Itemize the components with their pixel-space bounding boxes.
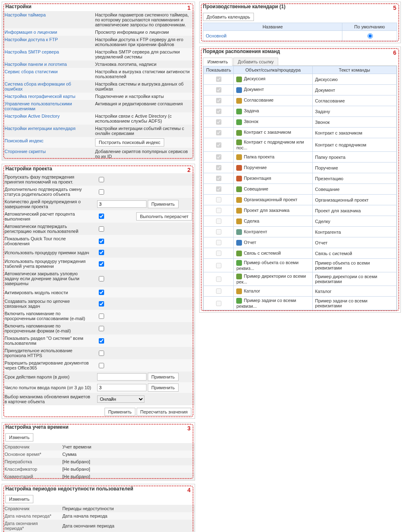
project-setting-checkbox[interactable] bbox=[99, 226, 104, 232]
project-setting-checkbox[interactable] bbox=[99, 351, 104, 356]
project-setting-input[interactable] bbox=[97, 384, 147, 391]
project-setting-btn[interactable]: Применить bbox=[148, 373, 179, 381]
tab-add-link[interactable]: Добавить ссылку bbox=[233, 58, 278, 66]
project-setting-label: Дополнительно подтверждать смену статуса… bbox=[2, 186, 95, 198]
project-setting-checkbox[interactable] bbox=[99, 314, 104, 319]
command-show-checkbox[interactable] bbox=[216, 87, 221, 93]
command-show-checkbox[interactable] bbox=[216, 301, 221, 306]
time-tracking-title: Настройка учета времени bbox=[2, 423, 195, 432]
settings-link[interactable]: Поисковый индекс bbox=[5, 138, 44, 143]
settings-link[interactable]: Сервис сбора статистики bbox=[5, 69, 58, 74]
settings-link[interactable]: Настройки интеграции календаря bbox=[5, 126, 75, 131]
command-text-label: Дискуссию bbox=[312, 74, 396, 85]
command-show-checkbox[interactable] bbox=[216, 119, 221, 125]
command-text-label: Презентацию bbox=[312, 173, 396, 184]
unavailability-title: Настройка периодов недоступности пользов… bbox=[2, 484, 195, 493]
settings-desc: Настройка и выгрузка статистики активнос… bbox=[93, 68, 195, 80]
project-setting-select[interactable]: Онлайн bbox=[97, 395, 144, 403]
command-show-checkbox[interactable] bbox=[216, 218, 221, 224]
project-setting-btn[interactable]: Применить bbox=[148, 383, 179, 392]
command-row: КонтрагентКонтрагента bbox=[204, 227, 397, 237]
settings-link[interactable]: Управление пользовательскими соглашениям… bbox=[5, 101, 72, 111]
command-show-checkbox[interactable] bbox=[216, 130, 221, 135]
command-row: Пример директории со всеми рек...Пример … bbox=[204, 272, 397, 286]
command-show-checkbox[interactable] bbox=[216, 176, 221, 181]
project-setting-checkbox[interactable] bbox=[99, 261, 104, 267]
settings-link[interactable]: Настройки Active Directory bbox=[5, 114, 60, 118]
command-show-checkbox[interactable] bbox=[216, 186, 221, 192]
command-row: ПоручениеПоручение bbox=[204, 163, 397, 173]
project-setting-label: Автоматически закрывать узловую задачу е… bbox=[2, 270, 95, 287]
command-show-checkbox[interactable] bbox=[216, 251, 221, 256]
settings-link[interactable]: Сторонние скрипты bbox=[5, 149, 46, 154]
command-show-checkbox[interactable] bbox=[216, 263, 221, 268]
apply-button[interactable]: Применить bbox=[105, 408, 135, 416]
project-setting-input[interactable] bbox=[97, 373, 147, 381]
project-setting-checkbox[interactable] bbox=[99, 276, 104, 281]
project-setting-checkbox[interactable] bbox=[99, 214, 104, 219]
settings-link[interactable]: Информация о лицензии bbox=[5, 30, 57, 35]
command-show-checkbox[interactable] bbox=[216, 229, 221, 235]
project-settings-panel: 2 Настройки проекта Пропускать фазу подт… bbox=[2, 164, 195, 419]
command-show-checkbox[interactable] bbox=[216, 77, 221, 82]
command-obj-label: Контракт с заказчиком bbox=[244, 130, 291, 135]
command-show-checkbox[interactable] bbox=[216, 208, 221, 213]
project-setting-label: Принудительное использование протокола H… bbox=[2, 347, 95, 359]
command-row: ПрезентацияПрезентацию bbox=[204, 173, 397, 184]
project-setting-checkbox[interactable] bbox=[99, 250, 104, 255]
project-setting-btn[interactable]: Применить bbox=[148, 200, 179, 208]
command-obj-label: Проект для заказчика bbox=[244, 208, 289, 213]
project-setting-row: Включить напоминание по просроченным сог… bbox=[2, 310, 195, 322]
command-text-label: Задачу bbox=[312, 106, 396, 117]
command-obj-label: Контрагент bbox=[244, 229, 267, 234]
settings-desc: Построить поисковый индекс bbox=[93, 137, 195, 148]
command-icon bbox=[236, 240, 242, 246]
project-setting-checkbox[interactable] bbox=[99, 189, 104, 195]
prop-key: Классификатор bbox=[2, 465, 60, 473]
build-index-button[interactable]: Построить поисковый индекс bbox=[95, 138, 164, 146]
unavail-edit-button[interactable]: Изменить bbox=[5, 495, 33, 503]
settings-desc: Подключение и настройки карты bbox=[93, 93, 195, 100]
project-setting-checkbox[interactable] bbox=[99, 326, 104, 331]
project-setting-checkbox[interactable] bbox=[99, 290, 104, 295]
command-row: Организационный проектОрганизационный пр… bbox=[204, 195, 397, 205]
calendar-default-radio[interactable] bbox=[367, 33, 373, 39]
command-obj-label: Совещание bbox=[244, 186, 268, 191]
command-show-checkbox[interactable] bbox=[216, 154, 221, 160]
settings-link[interactable]: Настройки таймера bbox=[5, 12, 46, 17]
settings-link[interactable]: Настройки доступа к FTP bbox=[5, 37, 58, 42]
command-show-checkbox[interactable] bbox=[216, 142, 221, 148]
project-setting-checkbox[interactable] bbox=[99, 301, 104, 307]
project-setting-label: Срок действия пароля (в днях) bbox=[2, 372, 95, 382]
project-setting-checkbox[interactable] bbox=[99, 239, 104, 244]
command-show-checkbox[interactable] bbox=[216, 165, 221, 170]
settings-row: Информация о лицензииПросмотр информации… bbox=[2, 28, 195, 36]
prop-row: Переработка[Не выбрано] bbox=[2, 458, 195, 465]
command-obj-label: Сделка bbox=[244, 218, 259, 223]
project-settings-table: Пропускать фазу подтверждения принятия п… bbox=[2, 173, 195, 405]
settings-link[interactable]: Настройки панели и логотипа bbox=[5, 62, 67, 67]
command-show-checkbox[interactable] bbox=[216, 109, 221, 114]
settings-link[interactable]: Настройка географической карты bbox=[5, 94, 75, 99]
tab-edit[interactable]: Изменить bbox=[203, 58, 233, 66]
project-setting-checkbox[interactable] bbox=[99, 363, 104, 368]
project-setting-checkbox[interactable] bbox=[99, 338, 104, 344]
command-show-checkbox[interactable] bbox=[216, 98, 221, 103]
calendar-link[interactable]: Основной bbox=[206, 33, 226, 38]
command-show-checkbox[interactable] bbox=[216, 240, 221, 245]
command-show-checkbox[interactable] bbox=[216, 288, 221, 294]
project-setting-checkbox[interactable] bbox=[99, 177, 104, 182]
settings-link[interactable]: Настройка SMTP сервера bbox=[5, 49, 59, 54]
recalc-button[interactable]: Пересчитать значения bbox=[137, 408, 191, 416]
add-calendar-button[interactable]: Добавить календарь bbox=[203, 13, 254, 21]
settings-row: Система сбора информации об ошибкахНастр… bbox=[2, 80, 195, 93]
project-setting-row: Число попыток ввода пароля (от 3 до 10) … bbox=[2, 382, 195, 393]
settings-link[interactable]: Система сбора информации об ошибках bbox=[5, 81, 71, 91]
project-setting-btn[interactable]: Выполнить перерасчет bbox=[136, 212, 192, 221]
command-show-checkbox[interactable] bbox=[216, 276, 221, 282]
project-setting-input[interactable] bbox=[97, 200, 147, 208]
command-row: Пример задачи со всеми реквизи...Пример … bbox=[204, 297, 397, 310]
project-setting-row: Автоматически подтверждать регистрацию н… bbox=[2, 223, 195, 235]
command-show-checkbox[interactable] bbox=[216, 197, 221, 202]
time-edit-button[interactable]: Изменить bbox=[5, 433, 33, 441]
